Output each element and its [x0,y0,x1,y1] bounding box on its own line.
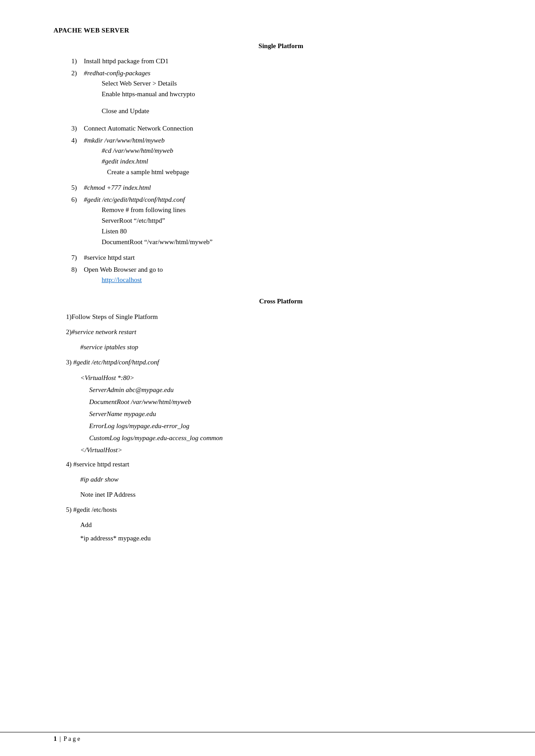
list-item-6: 6) #gedit /etc/gedit/httpd/conf/httpd.co… [71,195,482,251]
item4-line3: #gedit index.html [102,156,482,167]
cross-item-2: 2)#service network restart [66,327,482,337]
cross-item-2-sub: #service iptables stop [80,342,482,352]
list-item-7: 7) #service httpd start [71,253,482,263]
list-item-1: 1) Install httpd package from CD1 [71,56,482,66]
vhost-servername: ServerName mypage.edu [89,408,482,420]
list-num-7: 7) [71,253,84,263]
cross-platform-heading: Cross Platform [80,298,482,305]
list-content-1: Install httpd package from CD1 [84,56,482,66]
cross-num-3: 3) [66,359,73,366]
cross-item-5-ip: *ip addresss* mypage.edu [80,533,482,544]
cross-platform-section: Cross Platform 1)Follow Steps of Single … [54,298,482,544]
item6-sub-line3: Listen 80 [102,226,482,237]
cross-item-4: 4) #service httpd restart [66,459,482,470]
item6-sub: Remove # from following lines ServerRoot… [102,204,482,247]
single-platform-heading: Single Platform [80,42,482,50]
cross-item-1: 1)Follow Steps of Single Platform [66,311,482,322]
vhost-docroot: DocumentRoot /var/www/html/myweb [89,396,482,408]
list-num-5: 5) [71,183,84,193]
item6-sub-line1: Remove # from following lines [102,204,482,215]
cross-num-5: 5) [66,506,73,513]
localhost-link[interactable]: http://localhost [102,276,142,283]
list-num-3: 3) [71,123,84,134]
list-num-8: 8) [71,265,84,275]
item4-line2: #cd /var/www/html/myweb [102,145,482,156]
list-item-8: 8) Open Web Browser and go to http://loc… [71,265,482,289]
cross-text-3: #gedit /etc/httpd/conf/httpd.conf [73,359,159,366]
cross-num-1: 1) [66,313,72,320]
list-num-1: 1) [71,56,84,66]
cross-item-5-add: Add [80,519,482,530]
footer-page-num: 1 [54,735,57,743]
item2-sub-line1: Select Web Server > Details [102,78,482,89]
vhost-open: <VirtualHost *:80> [80,372,482,384]
list-content-4a: #mkdir /var/www/html/myweb [84,135,482,146]
footer-page-label: P a g e [64,736,80,743]
cross-item-5: 5) #gedit /etc/hosts [66,504,482,515]
cross-code-block: <VirtualHost *:80> ServerAdmin abc@mypag… [80,372,482,456]
main-title: APACHE WEB SERVER [54,27,482,34]
list-content-8: Open Web Browser and go to [84,265,482,275]
footer: 1 | P a g e [0,732,535,743]
item6-sub-line2: ServerRoot “/etc/httpd” [102,215,482,226]
list-num-6: 6) [71,195,84,205]
list-content-6: #gedit /etc/gedit/httpd/conf/httpd.conf [84,195,482,205]
list-content-7: #service httpd start [84,253,482,263]
list-item-3: 3) Connect Automatic Network Connection [71,123,482,134]
list-item-2: 2) #redhat-config-packages Select Web Se… [71,68,482,122]
list-content-3: Connect Automatic Network Connection [84,123,482,134]
item4-sub: #cd /var/www/html/myweb #gedit index.htm… [102,145,482,177]
cross-num-2: 2) [66,328,72,335]
list-item-5: 5) #chmod +777 index.html [71,183,482,193]
cross-item-4-sub-italic: #ip addr show [80,474,482,485]
item8-link-container: http://localhost [102,274,482,285]
vhost-serveradmin: ServerAdmin abc@mypage.edu [89,384,482,396]
item2-sub: Select Web Server > Details Enable https… [102,78,482,99]
item2-sub-line2: Enable https-manual and hwcrypto [102,89,482,99]
vhost-errorlog: ErrorLog logs/mypage.edu-error_log [89,420,482,432]
list-content-2: #redhat-config-packages [84,68,482,78]
single-platform-list: 1) Install httpd package from CD1 2) #re… [71,56,482,289]
cross-text-5: #gedit /etc/hosts [73,506,117,513]
cross-item-4-sub-plain: Note inet IP Address [80,489,482,500]
cross-text-1: Follow Steps of Single Platform [72,313,158,320]
vhost-close: </VirtualHost> [80,444,482,456]
list-item-4: 4) #mkdir /var/www/html/myweb #cd /var/w… [71,135,482,181]
cross-text-2: #service network restart [72,328,136,335]
list-num-2: 2) [71,68,84,78]
cross-text-4: #service httpd restart [73,461,129,468]
vhost-customlog: CustomLog logs/mypage.edu-access_log com… [89,432,482,444]
footer-content: 1 | P a g e [54,735,535,743]
item6-sub-line4: DocumentRoot “/var/www/html/myweb” [102,237,482,247]
cross-item-3: 3) #gedit /etc/httpd/conf/httpd.conf [66,357,482,368]
cross-num-4: 4) [66,461,73,468]
close-update: Close and Update [102,106,482,116]
list-num-4: 4) [71,135,84,146]
list-content-5: #chmod +777 index.html [84,183,482,193]
footer-separator: | [60,735,61,743]
item4-after: Create a sample html webpage [107,167,482,177]
